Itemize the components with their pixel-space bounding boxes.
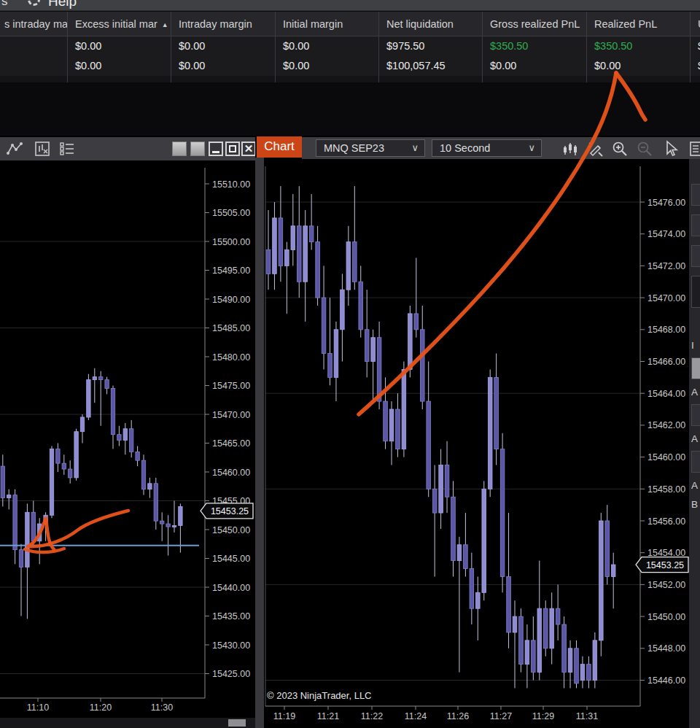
- svg-text:15472.00: 15472.00: [648, 261, 685, 271]
- chart-trader-panel-cut[interactable]: I A A A B: [689, 159, 700, 728]
- instrument-select[interactable]: MNQ SEP23 ∨: [316, 139, 425, 157]
- polyline-tool-icon[interactable]: [6, 140, 23, 158]
- column-header[interactable]: Realized PnL: [594, 18, 657, 30]
- svg-text:11:21: 11:21: [317, 711, 339, 721]
- svg-text:15470.00: 15470.00: [212, 410, 250, 420]
- svg-text:15480.00: 15480.00: [212, 352, 250, 363]
- panel-label: B: [691, 499, 698, 510]
- maximize-button[interactable]: [225, 142, 240, 156]
- table-cell: $0.00: [171, 56, 275, 76]
- svg-text:11:27: 11:27: [490, 711, 512, 721]
- table-cell: [0, 36, 67, 56]
- svg-text:15495.00: 15495.00: [212, 266, 250, 276]
- panel-button[interactable]: [691, 451, 700, 473]
- minimize-button[interactable]: [209, 142, 223, 156]
- link-square-button-1[interactable]: [172, 142, 187, 156]
- interval-select[interactable]: 10 Second ∨: [432, 139, 542, 157]
- left-chart-window: ✕ 15510.0015505.0015500.0015495.0015490.…: [0, 136, 255, 728]
- svg-text:15470.00: 15470.00: [648, 293, 685, 303]
- column-intraday-margin-cut: s intraday mai: [0, 12, 68, 82]
- chart-style-icon[interactable]: [561, 140, 579, 158]
- svg-text:11:19: 11:19: [273, 711, 295, 721]
- zoom-in-icon[interactable]: [611, 140, 629, 158]
- gridlines: [0, 241, 205, 674]
- panel-label: I: [691, 340, 694, 351]
- svg-text:15425.00: 15425.00: [212, 669, 250, 679]
- svg-text:15453.25: 15453.25: [646, 560, 684, 570]
- svg-text:15452.00: 15452.00: [648, 580, 685, 590]
- svg-text:15450.00: 15450.00: [212, 525, 250, 535]
- copyright-notice: © 2023 NinjaTrader, LLC: [267, 690, 372, 701]
- chevron-down-icon: ∨: [528, 140, 535, 156]
- chevron-down-icon: ∨: [411, 140, 419, 156]
- interval-value: 10 Second: [440, 142, 490, 154]
- svg-text:15460.00: 15460.00: [212, 468, 250, 478]
- right-chart-plot[interactable]: 15476.0015474.0015472.0015470.0015468.00…: [264, 159, 689, 728]
- drawing-tools-icon[interactable]: [586, 140, 604, 158]
- svg-text:11:30: 11:30: [151, 702, 173, 713]
- price-axis[interactable]: 15476.0015474.0015472.0015470.0015468.00…: [265, 166, 685, 706]
- svg-text:15462.00: 15462.00: [648, 420, 685, 430]
- svg-text:15474.00: 15474.00: [648, 229, 685, 239]
- svg-text:15445.00: 15445.00: [212, 554, 250, 564]
- column-initial-margin: Initial margin $0.00 $0.00: [276, 12, 379, 82]
- column-header[interactable]: Gross realized PnL: [490, 18, 580, 30]
- close-button[interactable]: ✕: [241, 142, 256, 156]
- table-cell-pnl: $350.50: [483, 36, 586, 56]
- svg-text:15465.00: 15465.00: [212, 438, 250, 449]
- left-chart-scrollbar[interactable]: [0, 718, 255, 728]
- connection-status-icon: [28, 0, 40, 6]
- svg-text:15430.00: 15430.00: [212, 640, 250, 651]
- svg-text:15435.00: 15435.00: [212, 611, 250, 621]
- last-price-marker: 15453.25: [201, 503, 253, 519]
- column-header[interactable]: s intraday mai: [4, 18, 68, 30]
- svg-text:15476.00: 15476.00: [648, 198, 685, 208]
- column-header[interactable]: Excess initial mar: [75, 18, 158, 30]
- zoom-out-icon[interactable]: [636, 140, 653, 158]
- column-header[interactable]: Net liquidation: [386, 18, 454, 30]
- candlestick-series: [1, 368, 182, 619]
- svg-text:11:26: 11:26: [447, 711, 469, 721]
- scrollbar-handle[interactable]: [228, 719, 246, 727]
- window-border: [255, 158, 264, 728]
- panel-label: A: [691, 433, 698, 444]
- menu-fragment[interactable]: s: [1, 0, 8, 9]
- candlestick-series: [266, 186, 615, 688]
- panel-button[interactable]: [691, 357, 700, 379]
- data-box-icon[interactable]: [688, 140, 700, 158]
- price-axis[interactable]: 15510.0015505.0015500.0015495.0015490.00…: [205, 168, 250, 698]
- column-header[interactable]: Initial margin: [283, 18, 343, 30]
- chart-tab[interactable]: Chart: [257, 136, 302, 158]
- svg-text:15460.00: 15460.00: [648, 452, 685, 462]
- menu-bar: s Help: [0, 0, 700, 11]
- list-view-icon[interactable]: [58, 140, 76, 158]
- svg-text:15475.00: 15475.00: [212, 381, 250, 391]
- cursor-icon[interactable]: [662, 140, 680, 158]
- last-price-marker: 15453.25: [636, 557, 688, 573]
- help-menu[interactable]: Help: [48, 0, 77, 9]
- column-header[interactable]: Intraday margin: [179, 18, 252, 30]
- svg-text:15468.00: 15468.00: [648, 325, 685, 335]
- svg-text:15458.00: 15458.00: [648, 484, 685, 495]
- svg-text:11:22: 11:22: [361, 711, 383, 721]
- panel-button[interactable]: [691, 404, 700, 426]
- column-gross-realized-pnl: Gross realized PnL $350.50 $0.00: [483, 12, 587, 82]
- svg-text:15450.00: 15450.00: [648, 612, 685, 622]
- table-cell: $0.00: [68, 36, 171, 56]
- table-cell: $975.50: [379, 36, 482, 56]
- sort-asc-icon: ▲: [162, 21, 168, 28]
- column-net-liquidation: Net liquidation $975.50 $100,057.45: [379, 12, 483, 82]
- left-chart-plot[interactable]: 15510.0015505.0015500.0015495.0015490.00…: [0, 162, 255, 728]
- table-cell: $0.00: [276, 56, 378, 76]
- column-excess-initial-margin: Excess initial mar▲ $0.00 $0.00: [68, 12, 171, 82]
- svg-text:15510.00: 15510.00: [212, 179, 250, 190]
- time-axis[interactable]: 11:1011:2011:30: [0, 698, 205, 713]
- svg-text:15466.00: 15466.00: [648, 357, 685, 367]
- left-chart-toolbar: ✕: [0, 137, 255, 160]
- time-axis[interactable]: 11:1911:2111:2211:2411:2611:2711:2911:31: [265, 706, 640, 721]
- svg-text:15464.00: 15464.00: [648, 389, 685, 399]
- data-series-icon[interactable]: [34, 140, 51, 158]
- column-unrealized-cut: U $ $: [691, 12, 700, 82]
- link-square-button-2[interactable]: [190, 142, 205, 156]
- panel-label: A: [691, 480, 698, 491]
